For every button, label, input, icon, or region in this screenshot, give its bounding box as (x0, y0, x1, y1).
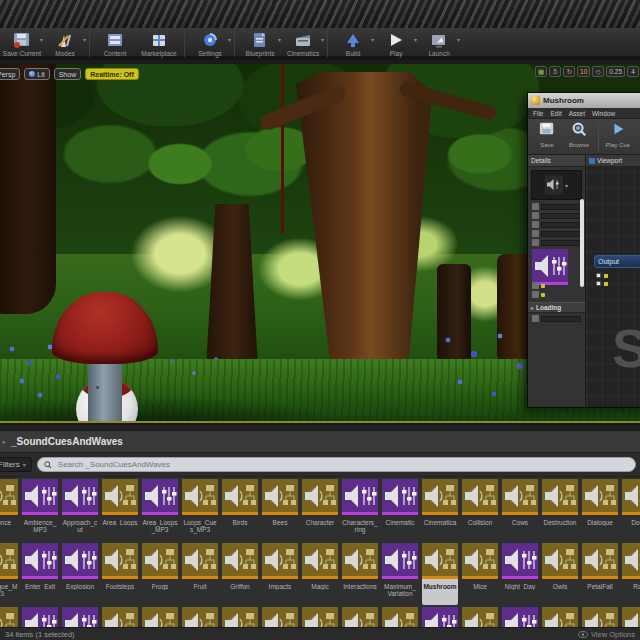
asset-tile[interactable]: Magic (302, 543, 338, 605)
asset-tile[interactable]: Rain (622, 543, 640, 605)
property-row[interactable] (532, 212, 581, 219)
soundcue-thumbnail (502, 479, 538, 517)
details-section-header[interactable]: ▸ Loading (528, 302, 585, 313)
asset-tile[interactable]: Mice (462, 543, 498, 605)
asset-tile[interactable]: Explosion (62, 543, 98, 605)
window-toolbar-browse-button[interactable]: Browse (564, 121, 594, 148)
viewport-badge-show[interactable]: Show (54, 68, 82, 80)
sound-asset-editor-window[interactable]: Mushroom FileEditAssetWindow SaveBrowseP… (527, 92, 640, 408)
details-scrollbar[interactable] (580, 199, 584, 287)
asset-tile[interactable]: Dialogue_MP3 (0, 543, 18, 605)
graph-watermark: SOUND CUE (612, 317, 640, 379)
snap-control-button[interactable]: ◇ (592, 66, 604, 77)
asset-tile[interactable]: Bees (262, 479, 298, 541)
asset-tile[interactable]: Maximum_Variation (382, 543, 418, 605)
soundcue-thumbnail (542, 543, 578, 581)
asset-tile[interactable]: Destruction (542, 479, 578, 541)
viewport-badge-lit[interactable]: Lit (24, 68, 49, 80)
asset-tile[interactable]: Approach_cut (62, 479, 98, 541)
toolbar-button-build[interactable]: Build (331, 31, 375, 57)
chevron-down-icon[interactable]: ▾ (321, 36, 324, 43)
property-row[interactable] (532, 315, 581, 322)
asset-tile[interactable]: Griffon (222, 543, 258, 605)
chevron-down-icon[interactable]: ▾ (83, 36, 86, 43)
toolbar-button-play[interactable]: Play (374, 31, 418, 57)
search-input[interactable] (56, 459, 629, 470)
asset-tile[interactable]: Area_Loops_MP3 (142, 479, 178, 541)
asset-tile[interactable]: Character (302, 479, 338, 541)
menu-item-asset[interactable]: Asset (569, 110, 585, 117)
snap-control-button[interactable]: ▦ (535, 66, 547, 77)
asset-tile[interactable]: Enter_Exit (22, 543, 58, 605)
asset-tile[interactable]: Cinematic (382, 479, 418, 541)
asset-tile[interactable]: Cows (502, 479, 538, 541)
search-box[interactable] (37, 457, 636, 472)
asset-tile-label: Explosion (62, 583, 98, 590)
asset-tile[interactable]: Collision (462, 479, 498, 541)
asset-tile-selected[interactable]: Mushroom (422, 543, 458, 605)
chevron-down-icon[interactable]: ▾ (457, 36, 460, 43)
window-title-bar[interactable]: Mushroom (528, 93, 640, 108)
menu-item-window[interactable]: Window (592, 110, 615, 117)
property-row[interactable] (532, 230, 581, 237)
checkbox-on[interactable] (541, 284, 545, 288)
property-row[interactable] (532, 239, 581, 246)
asset-tile[interactable]: Interactions (342, 543, 378, 605)
asset-tile[interactable]: Bounce (0, 479, 18, 541)
toolbar-button-settings[interactable]: Settings (188, 31, 232, 57)
asset-tile[interactable]: Night_Day (502, 543, 538, 605)
asset-tile[interactable]: Area_Loops (102, 479, 138, 541)
tab-viewport[interactable]: Viewport (586, 155, 640, 167)
asset-tile[interactable]: Doors (622, 479, 640, 541)
asset-tile[interactable]: Characters_ring (342, 479, 378, 541)
snap-control-button[interactable]: 5 (549, 66, 561, 77)
menu-item-file[interactable]: File (533, 110, 543, 117)
asset-tile-label: Dialogue_MP3 (0, 583, 18, 598)
asset-preview[interactable]: ▾ (531, 170, 582, 200)
graph-pin[interactable] (596, 281, 608, 286)
toolbar-button-marketplace[interactable]: Marketplace (137, 31, 181, 57)
snap-control-button[interactable]: ↻ (563, 66, 575, 77)
asset-tile[interactable]: PetalFall (582, 543, 618, 605)
asset-tile[interactable]: Owls (542, 543, 578, 605)
toolbar-button-launch[interactable]: Launch (417, 31, 461, 57)
view-options-button[interactable]: View Options (578, 630, 635, 639)
filters-button[interactable]: Filters ▾ (0, 457, 32, 472)
toolbar-button-content[interactable]: Content (93, 31, 137, 57)
preview-dropdown-arrow[interactable]: ▾ (565, 182, 568, 189)
menu-item-edit[interactable]: Edit (550, 110, 561, 117)
asset-tile[interactable]: Impacts (262, 543, 298, 605)
snap-control-button[interactable]: 10 (577, 66, 590, 77)
window-toolbar-play-cue-button[interactable]: Play Cue (603, 121, 633, 148)
asset-tile[interactable]: Ambience_MP3 (22, 479, 58, 541)
asset-tile[interactable]: Dialogue (582, 479, 618, 541)
graph-pin[interactable] (596, 273, 608, 278)
property-row[interactable] (532, 221, 581, 228)
viewport-badge-realtime-off[interactable]: Realtime: Off (85, 68, 139, 80)
asset-tile[interactable]: Fruit (182, 543, 218, 605)
marketplace-icon (149, 31, 169, 49)
window-toolbar-save-button[interactable]: Save (532, 121, 562, 148)
asset-tile[interactable]: Footsteps (102, 543, 138, 605)
breadcrumb-current-folder[interactable]: _SoundCuesAndWaves (11, 436, 123, 447)
chevron-down-icon[interactable]: ▾ (228, 36, 231, 43)
toolbar-button-modes[interactable]: Modes (43, 31, 87, 57)
checkbox-on[interactable] (541, 293, 545, 297)
toolbar-button-blueprints[interactable]: Blueprints (238, 31, 282, 57)
property-row[interactable] (532, 203, 581, 210)
snap-control-button[interactable]: 4 (627, 66, 639, 77)
property-row-checkbox[interactable] (532, 291, 581, 298)
soundcue-thumbnail (422, 543, 458, 581)
snap-control-button[interactable]: 0.25 (606, 66, 625, 77)
graph-output-node[interactable]: Output (594, 255, 640, 268)
graph-panel[interactable]: Viewport SOUND CUE Output (586, 155, 640, 407)
toolbar-button-cinematics[interactable]: Cinematics (281, 31, 325, 57)
asset-tile[interactable]: Birds (222, 479, 258, 541)
tab-details[interactable]: Details (528, 155, 585, 167)
toolbar-button-save[interactable]: Save Current (0, 31, 44, 57)
pin-toggle (604, 274, 608, 278)
asset-tile[interactable]: Cinematica (422, 479, 458, 541)
asset-tile[interactable]: Frogs (142, 543, 178, 605)
asset-tile[interactable]: Loops_Cues_MP3 (182, 479, 218, 541)
viewport-badge-persp[interactable]: Persp (0, 68, 20, 80)
